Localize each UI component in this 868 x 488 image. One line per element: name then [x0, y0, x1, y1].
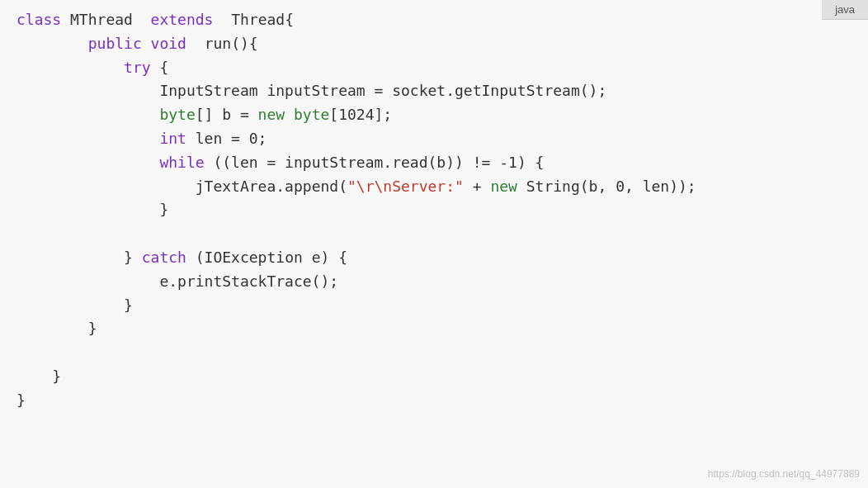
tab-label: java [822, 0, 868, 20]
code-block: class MThread extends Thread{ public voi… [17, 8, 851, 413]
watermark: https://blog.csdn.net/qq_44977889 [708, 468, 860, 480]
code-container: java class MThread extends Thread{ publi… [0, 0, 868, 488]
